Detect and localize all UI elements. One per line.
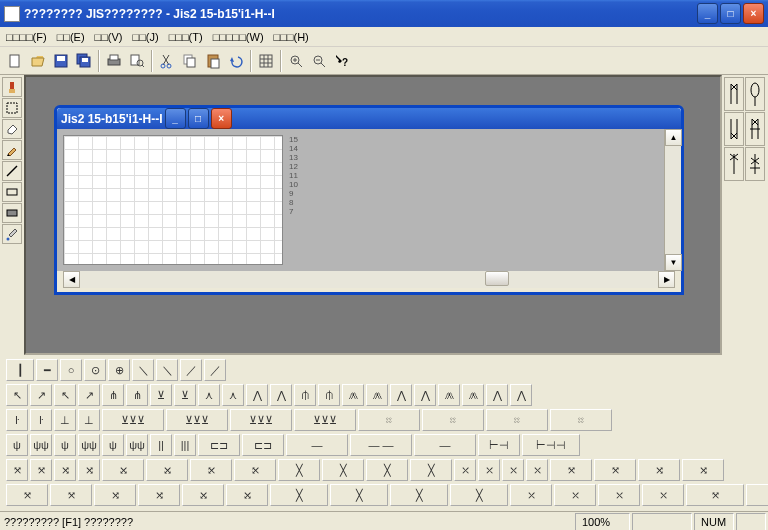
- editor-grid[interactable]: [63, 135, 283, 265]
- menu-tools[interactable]: □□□(T): [169, 31, 203, 43]
- palette-btn[interactable]: ⊻⊻⊻: [166, 409, 228, 431]
- child-titlebar[interactable]: Jis2 15-b15'i1-H--I _ □ ×: [57, 108, 681, 129]
- palette-btn[interactable]: —: [286, 434, 348, 456]
- palette-btn[interactable]: ⤧: [30, 459, 52, 481]
- print-button[interactable]: [103, 50, 125, 72]
- stitch-btn-2[interactable]: [745, 77, 765, 111]
- zoomin-button[interactable]: [285, 50, 307, 72]
- palette-btn[interactable]: ╳: [322, 459, 364, 481]
- palette-btn[interactable]: ⤫: [454, 459, 476, 481]
- palette-btn[interactable]: ψψ: [126, 434, 148, 456]
- palette-btn[interactable]: ⊕: [108, 359, 130, 381]
- stitch-btn-3[interactable]: [724, 112, 744, 146]
- open-button[interactable]: [27, 50, 49, 72]
- menu-view[interactable]: □□(V): [95, 31, 123, 43]
- palette-btn[interactable]: ⊻⊻⊻: [102, 409, 164, 431]
- menu-edit[interactable]: □□(E): [57, 31, 85, 43]
- saveall-button[interactable]: [73, 50, 95, 72]
- palette-btn[interactable]: ／: [204, 359, 226, 381]
- palette-btn[interactable]: ⦂⦂: [358, 409, 420, 431]
- palette-btn[interactable]: —: [414, 434, 476, 456]
- paste-button[interactable]: [202, 50, 224, 72]
- child-minimize-button[interactable]: _: [165, 108, 186, 129]
- stitch-btn-4[interactable]: [745, 112, 765, 146]
- child-maximize-button[interactable]: □: [188, 108, 209, 129]
- palette-btn[interactable]: ⊙: [84, 359, 106, 381]
- palette-btn[interactable]: ⦂⦂: [422, 409, 484, 431]
- scroll-right-button[interactable]: ▶: [658, 271, 675, 288]
- zoomout-button[interactable]: [308, 50, 330, 72]
- palette-btn[interactable]: ψψ: [78, 434, 100, 456]
- picker-tool[interactable]: [2, 224, 22, 244]
- palette-btn[interactable]: ⤨: [78, 459, 100, 481]
- child-vscrollbar[interactable]: ▲ ▼: [664, 129, 681, 271]
- palette-btn[interactable]: ⊢⊣: [478, 434, 520, 456]
- palette-btn[interactable]: ⤩: [226, 484, 268, 506]
- palette-btn[interactable]: ╳: [390, 484, 448, 506]
- palette-btn[interactable]: ⊢⊣⊣: [522, 434, 580, 456]
- pencil-tool[interactable]: [2, 140, 22, 160]
- eraser-tool[interactable]: [2, 119, 22, 139]
- palette-btn[interactable]: ⤬: [526, 459, 548, 481]
- menu-help[interactable]: □□□(H): [274, 31, 309, 43]
- palette-btn[interactable]: ⤧: [746, 484, 768, 506]
- palette-btn[interactable]: ⤬: [642, 484, 684, 506]
- palette-btn[interactable]: ψ: [54, 434, 76, 456]
- stitch-btn-6[interactable]: [745, 147, 765, 181]
- close-button[interactable]: ×: [743, 3, 764, 24]
- palette-btn[interactable]: ⊥: [54, 409, 76, 431]
- palette-btn[interactable]: ||: [150, 434, 172, 456]
- palette-btn[interactable]: ⋀: [414, 384, 436, 406]
- rect-tool[interactable]: [2, 182, 22, 202]
- palette-btn[interactable]: ŀ: [30, 409, 52, 431]
- palette-btn[interactable]: ⊥: [78, 409, 100, 431]
- save-button[interactable]: [50, 50, 72, 72]
- contexthelp-button[interactable]: ?: [331, 50, 353, 72]
- palette-btn[interactable]: ⫛: [294, 384, 316, 406]
- palette-btn[interactable]: ＼: [156, 359, 178, 381]
- grid-button[interactable]: [255, 50, 277, 72]
- palette-btn[interactable]: ⤨: [94, 484, 136, 506]
- palette-btn[interactable]: ╳: [278, 459, 320, 481]
- palette-btn[interactable]: ⋏: [222, 384, 244, 406]
- palette-btn[interactable]: ╳: [450, 484, 508, 506]
- palette-btn[interactable]: ⦂⦂: [550, 409, 612, 431]
- palette-btn[interactable]: ⋀: [486, 384, 508, 406]
- palette-btn[interactable]: ↗: [78, 384, 100, 406]
- hscroll-thumb[interactable]: [485, 271, 509, 286]
- palette-btn[interactable]: ↖: [6, 384, 28, 406]
- maximize-button[interactable]: □: [720, 3, 741, 24]
- palette-btn[interactable]: ↖: [54, 384, 76, 406]
- brush-tool[interactable]: [2, 77, 22, 97]
- copy-button[interactable]: [179, 50, 201, 72]
- palette-btn[interactable]: ψ: [6, 434, 28, 456]
- palette-btn[interactable]: ⋀: [246, 384, 268, 406]
- palette-btn[interactable]: ψ: [102, 434, 124, 456]
- palette-btn[interactable]: ⊻: [174, 384, 196, 406]
- palette-btn[interactable]: ⤧: [594, 459, 636, 481]
- stitch-btn-5[interactable]: [724, 147, 744, 181]
- palette-btn[interactable]: ━: [36, 359, 58, 381]
- new-button[interactable]: [4, 50, 26, 72]
- palette-btn[interactable]: ⩕: [366, 384, 388, 406]
- palette-btn[interactable]: ⤫: [510, 484, 552, 506]
- palette-btn[interactable]: ⤧: [50, 484, 92, 506]
- palette-btn[interactable]: ╳: [366, 459, 408, 481]
- palette-btn[interactable]: ○: [60, 359, 82, 381]
- palette-btn[interactable]: ⤩: [146, 459, 188, 481]
- menu-file[interactable]: □□□□(F): [6, 31, 47, 43]
- palette-btn[interactable]: ⊻⊻⊻: [294, 409, 356, 431]
- palette-btn[interactable]: ⤧: [6, 459, 28, 481]
- palette-btn[interactable]: ⤨: [638, 459, 680, 481]
- fillrect-tool[interactable]: [2, 203, 22, 223]
- minimize-button[interactable]: _: [697, 3, 718, 24]
- palette-btn[interactable]: ⩕: [462, 384, 484, 406]
- palette-btn[interactable]: ⊻⊻⊻: [230, 409, 292, 431]
- palette-btn[interactable]: ⋔: [126, 384, 148, 406]
- palette-btn[interactable]: ⤪: [190, 459, 232, 481]
- palette-btn[interactable]: ⋀: [390, 384, 412, 406]
- palette-btn[interactable]: ⤪: [234, 459, 276, 481]
- palette-btn[interactable]: ╳: [330, 484, 388, 506]
- child-hscrollbar[interactable]: ◀ ▶: [63, 271, 675, 288]
- scroll-up-button[interactable]: ▲: [665, 129, 682, 146]
